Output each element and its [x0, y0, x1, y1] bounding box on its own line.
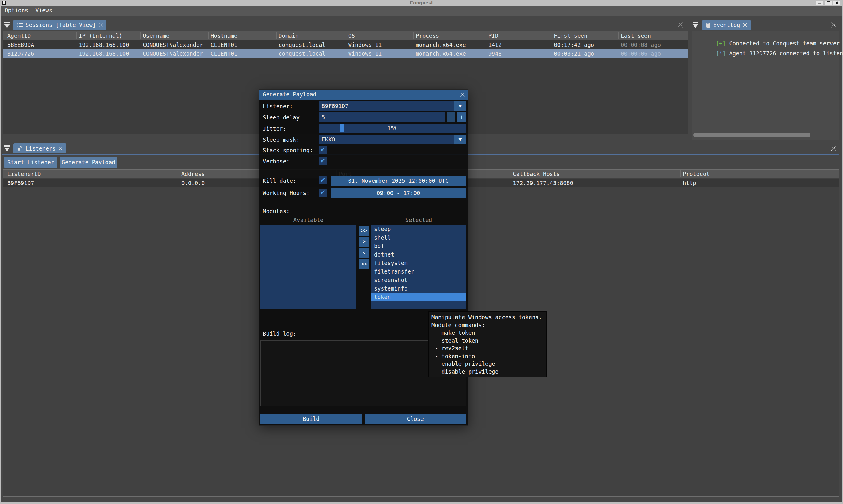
module-item[interactable]: sleep [372, 225, 466, 233]
decrement-button[interactable]: - [447, 112, 455, 122]
move-all-left-button[interactable]: << [359, 259, 369, 269]
kill-date-checkbox[interactable]: ✔ [319, 176, 327, 184]
menubar: Options Views [1, 6, 842, 16]
jitter-label: Jitter: [263, 125, 286, 132]
col-address[interactable]: Address [181, 171, 205, 177]
sessions-panel-close-icon[interactable] [678, 22, 683, 28]
stack-spoofing-checkbox[interactable]: ✔ [319, 146, 327, 154]
build-button[interactable]: Build [261, 414, 362, 424]
col-protocol[interactable]: Protocol [683, 171, 710, 177]
working-hours-checkbox[interactable]: ✔ [319, 188, 327, 197]
close-button[interactable]: Close [365, 414, 466, 424]
col-pid[interactable]: PID [488, 33, 498, 39]
start-listener-button[interactable]: Start Listener [4, 157, 57, 167]
col-username[interactable]: Username [143, 33, 169, 39]
tab-eventlog[interactable]: Eventlog [702, 20, 751, 30]
module-item[interactable]: filesystem [372, 259, 466, 267]
move-left-button[interactable]: < [359, 248, 369, 258]
module-item[interactable]: dotnet [372, 250, 466, 259]
check-icon: ✔ [320, 157, 325, 164]
tab-listeners[interactable]: Listeners [14, 144, 66, 154]
col-callback-hosts[interactable]: Callback Hosts [513, 171, 560, 177]
chevron-down-icon[interactable]: ▼ [454, 101, 466, 111]
increment-button[interactable]: + [457, 112, 466, 122]
generate-payload-button[interactable]: Generate Payload [60, 157, 117, 167]
col-process[interactable]: Process [416, 33, 439, 39]
list-icon [17, 22, 23, 28]
minimize-button[interactable] [816, 1, 823, 5]
verbose-checkbox[interactable]: ✔ [319, 157, 327, 165]
dialog-close-icon[interactable] [460, 92, 465, 97]
build-log-label: Build log: [263, 330, 296, 337]
module-item[interactable]: systeminfo [372, 284, 466, 293]
listeners-panel-close-icon[interactable] [831, 145, 837, 151]
working-hours-label: Working Hours: [263, 190, 310, 196]
tooltip-line: Manipulate Windows access tokens. [431, 313, 543, 321]
selected-modules-list[interactable]: sleep shell bof dotnet filesystem filetr… [372, 225, 466, 309]
tooltip-line: - disable-privilege [431, 368, 543, 376]
col-ip[interactable]: IP (Internal) [79, 33, 122, 39]
col-last-seen[interactable]: Last seen [621, 33, 651, 39]
check-icon: ✔ [320, 177, 325, 184]
check-icon: ✔ [320, 189, 325, 196]
tab-listeners-close-icon[interactable] [58, 146, 63, 151]
listener-select[interactable]: 89F691D7 ▼ [319, 101, 466, 111]
close-window-button[interactable] [833, 1, 840, 5]
available-header: Available [261, 217, 357, 223]
working-hours-button[interactable]: 09:00 - 17:00 [331, 188, 466, 198]
selected-header: Selected [372, 217, 466, 223]
tab-sessions-close-icon[interactable] [98, 23, 103, 27]
col-listenerid[interactable]: ListenerID [7, 171, 41, 177]
col-agentid[interactable]: AgentID [7, 33, 31, 39]
dock-menu-icon[interactable] [4, 145, 11, 152]
module-item[interactable]: bof [372, 242, 466, 250]
sleep-mask-select[interactable]: EKKO ▼ [319, 135, 466, 144]
dock-menu-icon[interactable] [693, 22, 699, 28]
tab-eventlog-label: Eventlog [713, 22, 740, 28]
tab-sessions[interactable]: Sessions [Table View] [14, 20, 106, 30]
col-first-seen[interactable]: First seen [554, 33, 587, 39]
os-titlebar[interactable]: Conquest [0, 0, 843, 6]
session-row-selected[interactable]: 312D7726 192.168.168.100 CONQUEST\alexan… [3, 49, 688, 58]
session-row[interactable]: 58EE89DA 192.168.168.100 CONQUEST\alexan… [3, 40, 688, 49]
menu-views[interactable]: Views [35, 7, 52, 14]
sleep-mask-label: Sleep mask: [263, 137, 300, 143]
module-item[interactable]: shell [372, 233, 466, 242]
module-tooltip: Manipulate Windows access tokens. Module… [428, 311, 546, 377]
modules-label: Modules: [263, 208, 290, 214]
eventlog-content[interactable]: [+] Connected to Conquest team server. [… [692, 31, 839, 140]
tab-eventlog-close-icon[interactable] [743, 23, 747, 27]
listener-signal-icon [17, 146, 23, 151]
move-all-right-button[interactable]: >> [359, 226, 369, 236]
sessions-table-header[interactable]: AgentID IP (Internal) Username Hostname … [3, 31, 688, 40]
tooltip-line: Module commands: [431, 321, 543, 329]
available-modules-list[interactable] [261, 225, 357, 309]
kill-date-button[interactable]: 01. November 2025 12:00:00 UTC [331, 176, 466, 186]
dialog-title: Generate Payload [263, 91, 316, 97]
module-item-highlighted[interactable]: token [372, 293, 466, 301]
sleep-delay-input[interactable]: 5 [319, 112, 445, 122]
check-icon: ✔ [320, 146, 325, 153]
kill-date-label: Kill date: [263, 178, 296, 184]
module-item[interactable]: screenshot [372, 276, 466, 284]
col-os[interactable]: OS [348, 33, 355, 39]
module-item[interactable]: filetransfer [372, 267, 466, 276]
separator [262, 204, 466, 204]
horizontal-scrollbar[interactable] [693, 133, 810, 137]
dialog-titlebar[interactable]: Generate Payload [259, 90, 468, 100]
tooltip-line: - steal-token [431, 337, 543, 345]
move-right-button[interactable]: > [359, 237, 369, 247]
dock-menu-icon[interactable] [4, 22, 11, 28]
jitter-slider[interactable]: 15% [319, 124, 466, 133]
eventlog-panel-close-icon[interactable] [831, 22, 837, 28]
eventlog-line: [*] Agent 312D7726 connected to listener [696, 43, 843, 63]
maximize-button[interactable] [825, 1, 832, 5]
col-hostname[interactable]: Hostname [211, 33, 237, 39]
chevron-down-icon[interactable]: ▼ [454, 135, 466, 144]
separator [262, 411, 466, 411]
menu-options[interactable]: Options [5, 7, 28, 14]
event-prefix: [*] [716, 50, 726, 56]
col-domain[interactable]: Domain [279, 33, 299, 39]
jitter-value: 15% [319, 125, 466, 131]
tooltip-line: - enable-privilege [431, 360, 543, 368]
